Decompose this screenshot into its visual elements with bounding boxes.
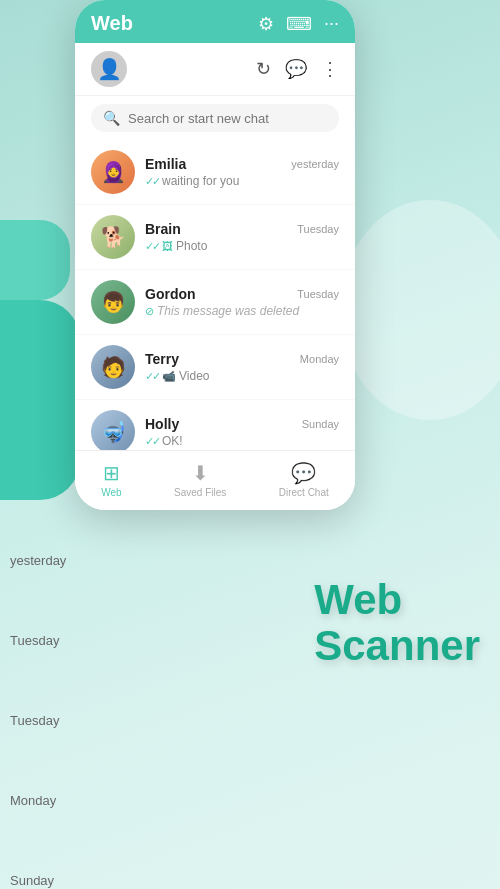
- avatar-terry: 🧑: [91, 345, 135, 389]
- tick-terry: ✓✓: [145, 370, 159, 383]
- phone-mockup: Web ⚙ ⌨ ··· 👤 ↻ 💬 ⋮ 🔍 🧕 Emil: [75, 0, 355, 510]
- chat-time-terry: Monday: [300, 353, 339, 365]
- app-title: Web: [91, 12, 133, 35]
- web-scanner-line2: Scanner: [314, 623, 480, 669]
- web-scanner-text: Web Scanner: [314, 577, 480, 669]
- chat-info-holly: Holly Sunday ✓✓ OK!: [145, 416, 339, 448]
- chat-info-brain: Brain Tuesday ✓✓ 🖼 Photo: [145, 221, 339, 253]
- chat-info-terry: Terry Monday ✓✓ 📹 Video: [145, 351, 339, 383]
- tick-emilia: ✓✓: [145, 175, 159, 188]
- date-labels-column: yesterday Tuesday Tuesday Monday Sunday: [0, 520, 76, 889]
- preview-text-gordon: This message was deleted: [157, 304, 299, 318]
- chat-time-emilia: yesterday: [291, 158, 339, 170]
- search-input[interactable]: [128, 111, 327, 126]
- bottom-nav: ⊞ Web ⬇ Saved Files 💬 Direct Chat: [75, 450, 355, 510]
- bg-shape-2: [0, 300, 80, 500]
- menu-icon[interactable]: ⋮: [321, 58, 339, 80]
- chat-item-gordon[interactable]: 👦 Gordon Tuesday ⊘ This message was dele…: [75, 270, 355, 335]
- tick-holly: ✓✓: [145, 435, 159, 448]
- nav-icon-direct: 💬: [291, 461, 316, 485]
- chat-list: 🧕 Emilia yesterday ✓✓ waiting for you 🐕 …: [75, 140, 355, 450]
- chat-name-row-gordon: Gordon Tuesday: [145, 286, 339, 302]
- search-icon: 🔍: [103, 110, 120, 126]
- chat-preview-holly: ✓✓ OK!: [145, 434, 339, 448]
- chat-info-gordon: Gordon Tuesday ⊘ This message was delete…: [145, 286, 339, 318]
- avatar-gordon: 👦: [91, 280, 135, 324]
- chat-time-gordon: Tuesday: [297, 288, 339, 300]
- chat-time-holly: Sunday: [302, 418, 339, 430]
- preview-text-holly: OK!: [162, 434, 183, 448]
- nav-item-web[interactable]: ⊞ Web: [85, 457, 137, 502]
- avatar-emilia: 🧕: [91, 150, 135, 194]
- chat-name-terry: Terry: [145, 351, 179, 367]
- video-icon: 📹: [162, 370, 176, 383]
- chat-info-emilia: Emilia yesterday ✓✓ waiting for you: [145, 156, 339, 188]
- web-scanner-line1: Web: [314, 577, 480, 623]
- date-label-3: Monday: [0, 760, 76, 840]
- bg-shape-3: [0, 220, 70, 300]
- avatar-holly: 🤿: [91, 410, 135, 450]
- chat-preview-gordon: ⊘ This message was deleted: [145, 304, 339, 318]
- date-label-4: Sunday: [0, 840, 76, 889]
- chat-item-holly[interactable]: 🤿 Holly Sunday ✓✓ OK!: [75, 400, 355, 450]
- nav-icon-web: ⊞: [103, 461, 120, 485]
- chat-name-row-brain: Brain Tuesday: [145, 221, 339, 237]
- chat-preview-terry: ✓✓ 📹 Video: [145, 369, 339, 383]
- nav-label-saved: Saved Files: [174, 487, 226, 498]
- date-label-2: Tuesday: [0, 680, 76, 760]
- more-icon[interactable]: ···: [324, 13, 339, 34]
- avatar-icon: 👤: [97, 57, 122, 81]
- user-avatar[interactable]: 👤: [91, 51, 127, 87]
- preview-text-emilia: waiting for you: [162, 174, 239, 188]
- search-bar: 🔍: [75, 96, 355, 140]
- chat-preview-emilia: ✓✓ waiting for you: [145, 174, 339, 188]
- settings-icon[interactable]: ⚙: [258, 13, 274, 35]
- refresh-icon[interactable]: ↻: [256, 58, 271, 80]
- date-label-1: Tuesday: [0, 600, 76, 680]
- tick-brain: ✓✓: [145, 240, 159, 253]
- second-row: 👤 ↻ 💬 ⋮: [75, 43, 355, 96]
- topbar-icons: ⚙ ⌨ ···: [258, 13, 339, 35]
- chat-item-emilia[interactable]: 🧕 Emilia yesterday ✓✓ waiting for you: [75, 140, 355, 205]
- chat-name-gordon: Gordon: [145, 286, 196, 302]
- topbar: Web ⚙ ⌨ ···: [75, 0, 355, 43]
- keyboard-icon[interactable]: ⌨: [286, 13, 312, 35]
- search-input-wrap: 🔍: [91, 104, 339, 132]
- chat-time-brain: Tuesday: [297, 223, 339, 235]
- chat-item-brain[interactable]: 🐕 Brain Tuesday ✓✓ 🖼 Photo: [75, 205, 355, 270]
- nav-item-saved[interactable]: ⬇ Saved Files: [158, 457, 242, 502]
- chat-name-row-holly: Holly Sunday: [145, 416, 339, 432]
- date-label-0: yesterday: [0, 520, 76, 600]
- chat-icon[interactable]: 💬: [285, 58, 307, 80]
- nav-label-direct: Direct Chat: [279, 487, 329, 498]
- chat-name-brain: Brain: [145, 221, 181, 237]
- photo-icon: 🖼: [162, 240, 173, 252]
- chat-name-row-terry: Terry Monday: [145, 351, 339, 367]
- chat-name-emilia: Emilia: [145, 156, 186, 172]
- action-icons: ↻ 💬 ⋮: [256, 58, 339, 80]
- nav-label-web: Web: [101, 487, 121, 498]
- deleted-icon: ⊘: [145, 305, 154, 318]
- chat-item-terry[interactable]: 🧑 Terry Monday ✓✓ 📹 Video: [75, 335, 355, 400]
- avatar-brain: 🐕: [91, 215, 135, 259]
- preview-text-brain: Photo: [176, 239, 207, 253]
- chat-name-holly: Holly: [145, 416, 179, 432]
- nav-icon-saved: ⬇: [192, 461, 209, 485]
- chat-name-row-emilia: Emilia yesterday: [145, 156, 339, 172]
- preview-text-terry: Video: [179, 369, 209, 383]
- nav-item-direct[interactable]: 💬 Direct Chat: [263, 457, 345, 502]
- chat-preview-brain: ✓✓ 🖼 Photo: [145, 239, 339, 253]
